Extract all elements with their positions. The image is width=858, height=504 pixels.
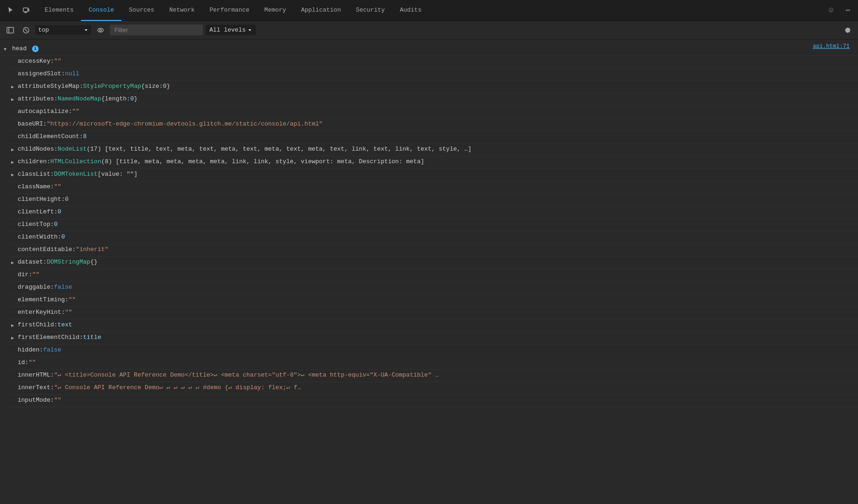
console-bar: top All levels: [0, 21, 858, 40]
list-item: childElementCount: 8: [7, 131, 858, 144]
tab-audits[interactable]: Audits: [392, 0, 429, 21]
cursor-icon[interactable]: [4, 4, 17, 17]
tab-bar: Elements Console Sources Network Perform…: [0, 0, 858, 21]
levels-dropdown[interactable]: All levels: [206, 25, 256, 35]
svg-rect-4: [7, 27, 13, 33]
head-arrow[interactable]: ▼: [4, 44, 10, 54]
list-item: enterKeyHint: "": [7, 307, 858, 319]
head-entry[interactable]: ▼ head i: [0, 43, 858, 56]
tab-performance[interactable]: Performance: [202, 0, 257, 21]
list-item[interactable]: ▶ attributes: NamedNodeMap {length: 0}: [7, 93, 858, 106]
smiley-icon[interactable]: ☺: [824, 4, 838, 17]
list-item: baseURI: "https://microsoft-edge-chromiu…: [7, 119, 858, 131]
list-item: autocapitalize: "": [7, 106, 858, 119]
list-item: elementTiming: "": [7, 294, 858, 307]
list-item: dir: "": [7, 269, 858, 282]
filter-input[interactable]: [110, 25, 203, 35]
list-item: id: "": [7, 357, 858, 370]
list-item: assignedSlot: null: [7, 68, 858, 81]
list-item[interactable]: ▶ children: HTMLCollection(8) [title, me…: [7, 156, 858, 169]
tab-sources[interactable]: Sources: [121, 0, 162, 21]
list-item: clientTop: 0: [7, 219, 858, 232]
list-item: clientHeight: 0: [7, 194, 858, 206]
tab-security[interactable]: Security: [349, 0, 392, 21]
list-item: contentEditable: "inherit": [7, 244, 858, 257]
list-item: innerHTML: "↵ <title>Console API Referen…: [7, 370, 858, 382]
clear-console-button[interactable]: [20, 24, 33, 37]
list-item: accessKey: "": [7, 56, 858, 68]
more-icon[interactable]: ⋯: [841, 4, 854, 17]
source-link[interactable]: api.html:71: [813, 43, 850, 50]
tab-network[interactable]: Network: [162, 0, 202, 21]
list-item[interactable]: ▶ classList: DOMTokenList [value: ""]: [7, 169, 858, 181]
list-item: clientLeft: 0: [7, 206, 858, 219]
svg-point-9: [100, 29, 101, 31]
svg-point-8: [98, 28, 103, 32]
list-item: draggable: false: [7, 282, 858, 294]
settings-button[interactable]: [841, 24, 854, 37]
list-item: hidden: false: [7, 345, 858, 357]
list-item: clientWidth: 0: [7, 232, 858, 244]
svg-line-7: [25, 29, 27, 32]
list-item: className: "": [7, 181, 858, 194]
eye-icon[interactable]: [94, 24, 107, 37]
sidebar-toggle-button[interactable]: [4, 24, 17, 37]
list-item: inputMode: "": [7, 395, 858, 407]
tab-console[interactable]: Console: [81, 0, 121, 21]
list-item[interactable]: ▶ attributeStyleMap: StylePropertyMap {s…: [7, 81, 858, 93]
list-item[interactable]: ▶ firstElementChild: title: [7, 332, 858, 345]
list-item[interactable]: ▶ firstChild: text: [7, 319, 858, 332]
tab-elements[interactable]: Elements: [37, 0, 81, 21]
svg-rect-0: [23, 8, 28, 12]
tab-memory[interactable]: Memory: [257, 0, 294, 21]
list-item[interactable]: ▶ dataset: DOMStringMap {}: [7, 257, 858, 269]
list-item: innerText: "↵ Console API Reference Demo…: [7, 382, 858, 395]
tab-icons: [4, 4, 33, 17]
tab-application[interactable]: Application: [294, 0, 349, 21]
device-icon[interactable]: [20, 4, 33, 17]
context-selector[interactable]: top: [35, 25, 91, 35]
list-item[interactable]: ▶ childNodes: NodeList(17) [text, title,…: [7, 144, 858, 156]
svg-rect-1: [28, 9, 29, 11]
tab-right-area: ☺ ⋯: [824, 4, 854, 17]
console-output: api.html:71 ▼ head i accessKey: "" assig…: [0, 40, 858, 504]
